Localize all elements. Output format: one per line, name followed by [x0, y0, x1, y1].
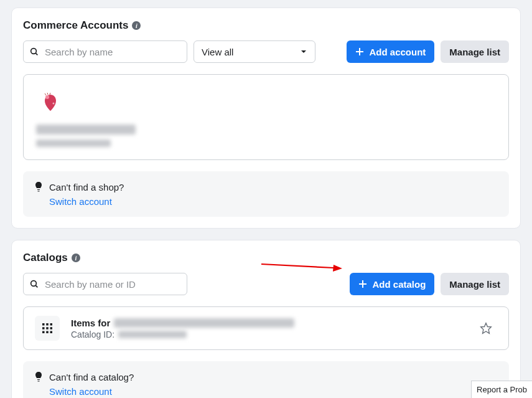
star-icon	[480, 322, 492, 334]
catalogs-search-wrap	[23, 273, 187, 295]
catalogs-controls: Add catalog Manage list	[23, 273, 509, 295]
svg-point-0	[31, 49, 37, 54]
manage-catalogs-button[interactable]: Manage list	[441, 273, 509, 295]
catalogs-switch-account-link[interactable]: Switch account	[49, 386, 112, 397]
svg-rect-18	[50, 331, 53, 334]
catalog-id-label: Catalog ID:	[71, 329, 114, 339]
caret-down-icon	[300, 48, 307, 55]
catalog-item-text: Items for Catalog ID:	[71, 318, 464, 339]
info-icon[interactable]: i	[72, 253, 80, 262]
catalogs-search-input[interactable]	[23, 273, 187, 295]
favorite-button[interactable]	[475, 317, 497, 339]
svg-rect-14	[46, 327, 49, 329]
commerce-filter-value: View all	[202, 47, 233, 57]
commerce-account-item[interactable]	[23, 74, 509, 160]
search-icon	[29, 279, 39, 289]
add-catalog-button[interactable]: Add catalog	[350, 273, 434, 295]
catalogs-title-row: Catalogs i	[23, 252, 509, 264]
commerce-title-row: Commerce Accounts i	[23, 19, 509, 32]
report-problem-tab[interactable]: Report a Prob	[471, 381, 532, 398]
catalog-item[interactable]: Items for Catalog ID:	[23, 306, 509, 350]
catalogs-title: Catalogs	[23, 252, 68, 264]
commerce-help-box: Can't find a shop? Switch account	[23, 171, 509, 217]
commerce-switch-account-link[interactable]: Switch account	[49, 196, 112, 207]
svg-marker-19	[481, 323, 492, 334]
lightbulb-icon	[34, 181, 43, 192]
svg-point-5	[53, 103, 55, 105]
grid-icon	[35, 316, 60, 341]
commerce-search-input[interactable]	[23, 40, 187, 63]
svg-point-6	[31, 281, 37, 287]
plus-icon	[358, 280, 367, 288]
commerce-accounts-card: Commerce Accounts i View all Add account…	[11, 7, 521, 229]
lightbulb-icon	[34, 371, 43, 382]
catalog-id-redacted	[118, 331, 187, 338]
account-id-redacted	[36, 140, 111, 147]
catalogs-card: Catalogs i Add catalog Manage list Items…	[11, 240, 521, 398]
svg-rect-16	[42, 331, 45, 334]
svg-line-7	[35, 285, 37, 287]
manage-accounts-button[interactable]: Manage list	[441, 40, 509, 63]
svg-rect-13	[42, 327, 45, 329]
commerce-filter-select[interactable]: View all	[194, 40, 315, 63]
commerce-title: Commerce Accounts	[23, 19, 128, 32]
svg-rect-10	[42, 323, 45, 326]
manage-accounts-label: Manage list	[449, 47, 500, 57]
catalogs-help-box: Can't find a catalog? Switch account	[23, 361, 509, 398]
catalogs-help-title: Can't find a catalog?	[49, 372, 134, 382]
svg-rect-15	[50, 327, 53, 329]
account-name-redacted	[36, 125, 136, 135]
commerce-search-wrap	[23, 40, 187, 63]
svg-point-4	[45, 95, 49, 99]
svg-rect-11	[46, 323, 49, 326]
add-catalog-label: Add catalog	[372, 279, 426, 290]
add-account-label: Add account	[369, 47, 426, 57]
svg-rect-17	[46, 331, 49, 334]
catalog-name-redacted	[114, 318, 294, 328]
commerce-controls: View all Add account Manage list	[23, 40, 509, 63]
account-avatar	[36, 88, 65, 117]
catalog-item-prefix: Items for	[71, 318, 110, 328]
svg-line-1	[35, 53, 37, 55]
svg-rect-12	[50, 323, 53, 326]
commerce-help-title: Can't find a shop?	[49, 182, 124, 192]
manage-catalogs-label: Manage list	[449, 279, 500, 290]
search-icon	[29, 47, 39, 57]
info-icon[interactable]: i	[132, 21, 141, 30]
add-account-button[interactable]: Add account	[347, 40, 434, 63]
plus-icon	[355, 47, 364, 56]
